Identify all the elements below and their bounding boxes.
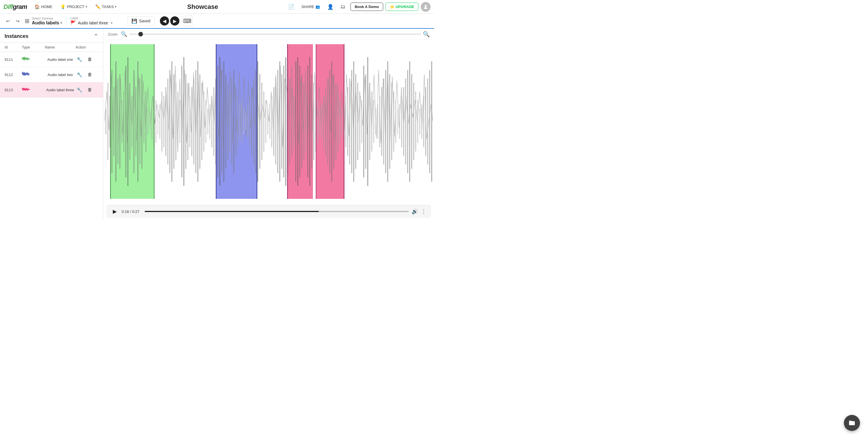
- waveform-icon-blue: [22, 71, 45, 78]
- table-row[interactable]: 9113 Audio label three 🔧 🗑: [0, 82, 103, 98]
- schema-icon-group: ⊞: [25, 18, 30, 24]
- tasks-icon: ✏️: [95, 4, 101, 9]
- delete-button-9113[interactable]: 🗑: [86, 86, 94, 94]
- sidebar: Instances ⌃ Id Type Name Action 9111 Aud…: [0, 29, 103, 220]
- schema-grid-icon: ⊞: [25, 18, 30, 24]
- progress-fill: [145, 211, 319, 212]
- toolbar-divider: [66, 17, 66, 26]
- schema-label: Select Schema: [32, 17, 62, 20]
- svg-rect-167: [216, 44, 216, 199]
- table-row[interactable]: 9111 Audio label one 🔧 🗑: [0, 52, 103, 67]
- zoom-slider[interactable]: [129, 34, 421, 35]
- edit-button-9113[interactable]: 🔧: [75, 86, 84, 94]
- nav-project[interactable]: 💡 PROJECT ▾: [57, 3, 90, 11]
- project-icon: 💡: [60, 4, 66, 9]
- next-button[interactable]: ▶: [170, 17, 179, 26]
- waveform-icon-pink: [22, 87, 45, 93]
- label-chevron-icon: ▾: [111, 21, 113, 25]
- svg-rect-170: [344, 44, 344, 199]
- toolbar: ↩ ↪ ⊞ Select Schema Audio labels ▾ Label…: [0, 14, 434, 29]
- delete-button-9111[interactable]: 🗑: [86, 55, 94, 63]
- volume-icon[interactable]: 🔊: [412, 208, 418, 215]
- instance-name-9112: Audio label two: [45, 72, 75, 77]
- progress-bar[interactable]: [145, 211, 409, 212]
- zoom-bar: Zoom 🔍 🔍: [103, 29, 434, 40]
- upgrade-label: UPGRADE: [396, 5, 414, 9]
- schema-value[interactable]: Audio labels ▾: [32, 20, 62, 26]
- zoom-in-icon[interactable]: 🔍: [423, 31, 430, 38]
- svg-rect-169: [287, 44, 288, 199]
- waveform-canvas[interactable]: [104, 40, 433, 203]
- audio-player: ▶ 0:18 / 0:27 🔊 ⋮: [106, 205, 431, 218]
- share-button[interactable]: SHARE 👥: [299, 3, 323, 11]
- instance-actions-9111: 🔧 🗑: [75, 55, 98, 63]
- edit-button-9112[interactable]: 🔧: [75, 71, 84, 79]
- schema-chevron-icon: ▾: [60, 21, 62, 25]
- avatar[interactable]: [421, 2, 431, 12]
- prev-button[interactable]: ◀: [160, 17, 169, 26]
- share-people-icon: 👥: [315, 5, 320, 9]
- delete-button-9112[interactable]: 🗑: [86, 71, 94, 79]
- nav-tasks[interactable]: ✏️ TASKS ▾: [92, 3, 120, 11]
- zoom-slider-thumb[interactable]: [138, 32, 143, 36]
- instance-name-9111: Audio label one: [45, 57, 75, 62]
- instance-actions-9113: 🔧 🗑: [75, 86, 98, 94]
- svg-point-0: [425, 5, 427, 7]
- svg-rect-168: [257, 44, 257, 199]
- play-button[interactable]: ▶: [111, 208, 119, 216]
- file-icon-btn[interactable]: 📄: [286, 2, 296, 12]
- app-header: Diffgram 🏠 HOME 💡 PROJECT ▾ ✏️ TASKS ▾ S…: [0, 0, 434, 14]
- edit-button-9111[interactable]: 🔧: [75, 55, 84, 63]
- more-options-icon[interactable]: ⋮: [421, 208, 427, 215]
- table-row[interactable]: 9112 Audio label two 🔧 🗑: [0, 67, 103, 82]
- instance-id-9112: 9112: [5, 72, 22, 77]
- people-icon-btn[interactable]: 👤: [325, 2, 336, 12]
- waveform-svg: [104, 40, 433, 203]
- instance-name-9113: Audio label three: [45, 88, 75, 92]
- col-type: Type: [22, 45, 45, 49]
- zoom-out-icon[interactable]: 🔍: [121, 31, 127, 37]
- upgrade-button[interactable]: ⭐ UPGRADE: [385, 3, 418, 11]
- instance-id-9111: 9111: [5, 57, 22, 62]
- chevron-down-icon: ▾: [86, 5, 87, 9]
- svg-rect-166: [154, 44, 154, 199]
- sidebar-header: Instances ⌃: [0, 29, 103, 43]
- col-id: Id: [5, 45, 22, 49]
- save-icon: 💾: [131, 19, 137, 24]
- nav-home[interactable]: 🏠 HOME: [32, 3, 55, 11]
- nav-home-label: HOME: [41, 5, 52, 9]
- logo[interactable]: Diffgram: [3, 3, 27, 11]
- book-demo-button[interactable]: Book A Demo: [350, 3, 383, 11]
- toolbar-nav-btns: ◀ ▶: [160, 17, 179, 26]
- zoom-label: Zoom: [108, 32, 117, 36]
- showcase-title: Showcase: [187, 3, 218, 11]
- schema-selector-group: ⊞ Select Schema Audio labels ▾: [25, 17, 62, 26]
- star-icon: ⭐: [390, 5, 394, 9]
- main-layout: Instances ⌃ Id Type Name Action 9111 Aud…: [0, 29, 434, 220]
- nav-tasks-label: TASKS: [102, 5, 114, 9]
- label-text: Label: [70, 17, 122, 20]
- saved-text: Saved: [139, 19, 150, 23]
- saved-badge: 💾 Saved: [127, 17, 155, 26]
- svg-rect-165: [110, 44, 111, 199]
- undo-button[interactable]: ↩: [3, 17, 12, 25]
- share-label: SHARE: [301, 5, 314, 9]
- label-value: Audio label three: [78, 21, 108, 25]
- col-name: Name: [45, 45, 75, 49]
- header-center: Showcase: [122, 3, 284, 11]
- layers-icon-btn[interactable]: 🗂: [338, 2, 348, 12]
- instances-title: Instances: [5, 33, 28, 39]
- collapse-button[interactable]: ⌃: [94, 33, 98, 40]
- instance-actions-9112: 🔧 🗑: [75, 71, 98, 79]
- schema-selector[interactable]: Select Schema Audio labels ▾: [32, 17, 62, 26]
- label-selector: Label 🚩 Audio label three ▾: [70, 17, 122, 26]
- keyboard-button[interactable]: ⌨: [182, 16, 193, 26]
- header-right: 📄 SHARE 👥 👤 🗂 Book A Demo ⭐ UPGRADE: [286, 2, 431, 12]
- svg-rect-171: [316, 44, 316, 199]
- chevron-down-icon-tasks: ▾: [115, 5, 117, 9]
- nav-project-label: PROJECT: [67, 5, 84, 9]
- label-value-row[interactable]: 🚩 Audio label three ▾: [70, 20, 122, 26]
- waveform-icon-green: [22, 56, 45, 63]
- redo-button[interactable]: ↪: [13, 17, 22, 25]
- table-header: Id Type Name Action: [0, 43, 103, 52]
